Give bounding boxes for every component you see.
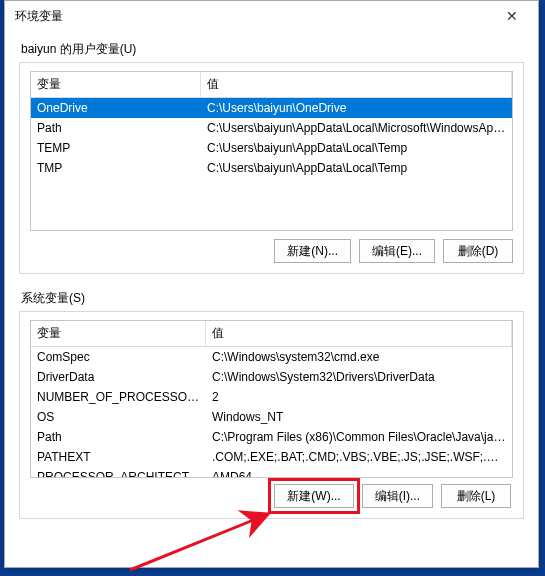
table-row[interactable]: OneDriveC:\Users\baiyun\OneDrive — [31, 98, 512, 118]
cell-variable: Path — [31, 118, 201, 138]
table-row[interactable]: PATHEXT.COM;.EXE;.BAT;.CMD;.VBS;.VBE;.JS… — [31, 447, 512, 467]
cell-variable: OS — [31, 407, 206, 427]
table-row[interactable]: OSWindows_NT — [31, 407, 512, 427]
cell-variable: DriverData — [31, 367, 206, 387]
cell-value: C:\Windows\system32\cmd.exe — [206, 347, 512, 367]
env-vars-window: 环境变量 ✕ baiyun 的用户变量(U) 变量 值 OneDriveC:\U… — [4, 0, 539, 568]
table-row[interactable]: TMPC:\Users\baiyun\AppData\Local\Temp — [31, 158, 512, 178]
col-header-value[interactable]: 值 — [206, 321, 512, 346]
cell-value: C:\Program Files (x86)\Common Files\Orac… — [206, 427, 512, 447]
cell-value: C:\Windows\System32\Drivers\DriverData — [206, 367, 512, 387]
close-button[interactable]: ✕ — [492, 2, 532, 30]
user-vars-label: baiyun 的用户变量(U) — [21, 41, 524, 58]
cell-variable: PATHEXT — [31, 447, 206, 467]
table-row[interactable]: PathC:\Users\baiyun\AppData\Local\Micros… — [31, 118, 512, 138]
user-btn-row: 新建(N)... 编辑(E)... 删除(D) — [30, 239, 513, 263]
col-header-variable[interactable]: 变量 — [31, 321, 206, 346]
sys-edit-button[interactable]: 编辑(I)... — [362, 484, 433, 508]
list-header: 变量 值 — [31, 321, 512, 347]
cell-value: 2 — [206, 387, 512, 407]
close-icon: ✕ — [506, 8, 518, 24]
sys-vars-label: 系统变量(S) — [21, 290, 524, 307]
cell-variable: ComSpec — [31, 347, 206, 367]
user-vars-group: 变量 值 OneDriveC:\Users\baiyun\OneDrivePat… — [19, 62, 524, 274]
sys-vars-group: 变量 值 ComSpecC:\Windows\system32\cmd.exeD… — [19, 311, 524, 519]
user-edit-button[interactable]: 编辑(E)... — [359, 239, 435, 263]
cell-value: C:\Users\baiyun\AppData\Local\Microsoft\… — [201, 118, 512, 138]
user-new-button[interactable]: 新建(N)... — [274, 239, 351, 263]
cell-value: .COM;.EXE;.BAT;.CMD;.VBS;.VBE;.JS;.JSE;.… — [206, 447, 512, 467]
window-title: 环境变量 — [15, 8, 63, 25]
table-row[interactable]: PROCESSOR_ARCHITECT...AMD64 — [31, 467, 512, 478]
table-row[interactable]: ComSpecC:\Windows\system32\cmd.exe — [31, 347, 512, 367]
col-header-value[interactable]: 值 — [201, 72, 512, 97]
cell-variable: TMP — [31, 158, 201, 178]
col-header-variable[interactable]: 变量 — [31, 72, 201, 97]
cell-variable: PROCESSOR_ARCHITECT... — [31, 467, 206, 478]
window-body: baiyun 的用户变量(U) 变量 值 OneDriveC:\Users\ba… — [5, 31, 538, 529]
user-vars-list[interactable]: 变量 值 OneDriveC:\Users\baiyun\OneDrivePat… — [30, 71, 513, 231]
sys-delete-button[interactable]: 删除(L) — [441, 484, 511, 508]
cell-variable: TEMP — [31, 138, 201, 158]
cell-variable: OneDrive — [31, 98, 201, 118]
cell-variable: Path — [31, 427, 206, 447]
cell-value: C:\Users\baiyun\AppData\Local\Temp — [201, 138, 512, 158]
table-row[interactable]: PathC:\Program Files (x86)\Common Files\… — [31, 427, 512, 447]
table-row[interactable]: NUMBER_OF_PROCESSORS2 — [31, 387, 512, 407]
sys-new-button[interactable]: 新建(W)... — [274, 484, 353, 508]
table-row[interactable]: DriverDataC:\Windows\System32\Drivers\Dr… — [31, 367, 512, 387]
user-delete-button[interactable]: 删除(D) — [443, 239, 513, 263]
cell-value: Windows_NT — [206, 407, 512, 427]
titlebar: 环境变量 ✕ — [5, 1, 538, 31]
cell-variable: NUMBER_OF_PROCESSORS — [31, 387, 206, 407]
table-row[interactable]: TEMPC:\Users\baiyun\AppData\Local\Temp — [31, 138, 512, 158]
list-header: 变量 值 — [31, 72, 512, 98]
sys-vars-list[interactable]: 变量 值 ComSpecC:\Windows\system32\cmd.exeD… — [30, 320, 513, 478]
cell-value: C:\Users\baiyun\AppData\Local\Temp — [201, 158, 512, 178]
cell-value: C:\Users\baiyun\OneDrive — [201, 98, 512, 118]
cell-value: AMD64 — [206, 467, 512, 478]
sys-btn-row: 新建(W)... 编辑(I)... 删除(L) — [30, 484, 513, 508]
